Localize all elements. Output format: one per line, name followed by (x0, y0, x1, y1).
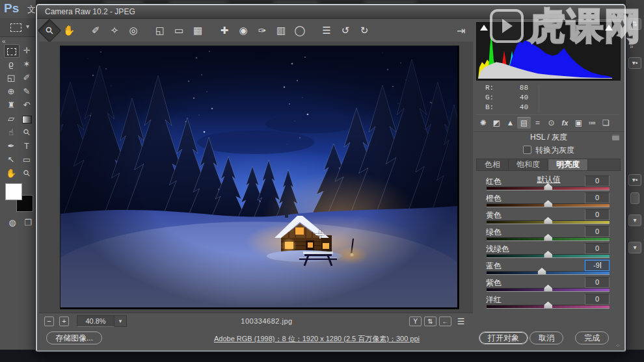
straighten-tool-icon[interactable]: ▭ (171, 23, 187, 38)
slider-track[interactable] (487, 305, 610, 308)
panel-thumb-icon[interactable]: ▾▪ (628, 174, 641, 186)
snapshots-panel-icon[interactable]: ❏ (599, 117, 613, 129)
tab-饱和度[interactable]: 饱和度 (509, 159, 548, 170)
slider-track[interactable] (487, 238, 610, 240)
shadow-clipping-icon[interactable] (480, 25, 488, 31)
slider-thumb[interactable] (544, 183, 552, 190)
radial-filter-tool-icon[interactable]: ◯ (292, 23, 308, 38)
grayscale-checkbox[interactable] (523, 146, 531, 154)
color-sampler-tool-icon[interactable]: ✧ (107, 23, 122, 38)
zoom-level-select[interactable]: 40.8% (77, 315, 114, 327)
move-tool-icon[interactable]: ✛ (20, 44, 34, 57)
eraser-tool-icon[interactable]: ▱ (4, 112, 18, 125)
rotate-left-tool-icon[interactable]: ↺ (338, 23, 353, 38)
fullscreen-toggle-icon[interactable]: ⇥ (453, 23, 469, 39)
dodge-tool-icon[interactable]: ⚲ (18, 123, 36, 142)
tab-明亮度[interactable]: 明亮度 (548, 159, 588, 170)
copy-settings-button[interactable]: ← (439, 317, 451, 326)
magic-wand-tool-icon[interactable]: ✶ (20, 58, 34, 70)
panel-swatch-icon[interactable] (630, 192, 639, 204)
panel-menu-icon[interactable] (612, 135, 619, 140)
hand-tool-icon[interactable]: ✋ (4, 167, 18, 179)
targeted-adjustment-tool-icon[interactable]: ◎ (126, 23, 141, 38)
clone-stamp-tool-icon[interactable]: ♜ (4, 99, 18, 111)
slider-thumb[interactable] (544, 251, 552, 257)
panel-stepper-icon[interactable]: ⇅ (628, 18, 641, 30)
detail-panel-icon[interactable]: ▲ (503, 117, 517, 129)
histogram[interactable] (476, 22, 621, 81)
preferences-tool-icon[interactable]: ☰ (319, 23, 334, 38)
slider-value-input[interactable]: 0 (585, 226, 610, 237)
lasso-tool-icon[interactable]: ϱ (4, 58, 18, 70)
crop-tool-icon[interactable]: ◱ (4, 71, 18, 84)
save-image-button[interactable]: 存储图像... (46, 331, 102, 344)
preview-image[interactable] (60, 45, 459, 309)
menu-item-file[interactable]: 文 (27, 4, 36, 16)
expand-panels-chevron[interactable]: » (630, 43, 634, 50)
highlight-clipping-icon[interactable] (605, 25, 613, 31)
marquee-option-icon[interactable] (10, 23, 21, 32)
quick-mask-icon[interactable]: ◍ (5, 216, 20, 229)
slider-track[interactable] (487, 272, 610, 274)
tab-色相[interactable]: 色相 (477, 159, 509, 170)
crop-tool-icon[interactable]: ◱ (152, 23, 168, 38)
resize-grip[interactable]: ⁘ (615, 343, 621, 349)
spot-removal-tool-icon[interactable]: ✚ (217, 23, 232, 38)
cancel-button[interactable]: 取消 (530, 331, 563, 344)
transform-tool-icon[interactable]: ▦ (190, 23, 206, 38)
preview-settings-button[interactable]: ☰ (455, 317, 466, 326)
panel-thumb-icon[interactable]: ▾▪ (628, 57, 641, 69)
graduated-filter-tool-icon[interactable]: ▥ (273, 23, 289, 38)
chevron-down-icon[interactable]: ▾ (114, 315, 127, 327)
basic-panel-icon[interactable]: ✺ (476, 117, 490, 129)
rectangular-marquee-tool-icon[interactable] (4, 44, 20, 58)
zoom-tool-icon[interactable]: ⚲ (18, 164, 36, 183)
slider-value-input[interactable]: 0 (585, 175, 610, 187)
red-eye-tool-icon[interactable]: ◉ (235, 23, 251, 38)
slider-value-input[interactable]: 0 (585, 192, 610, 203)
y-preview-button[interactable]: Y (409, 317, 422, 326)
hsl-grayscale-panel-icon[interactable]: ▤ (517, 117, 531, 129)
slider-thumb[interactable] (544, 234, 552, 240)
slider-thumb[interactable] (544, 302, 552, 308)
swap-views-button[interactable]: ⇅ (424, 317, 436, 326)
presets-panel-icon[interactable]: ≔ (585, 117, 599, 129)
slider-thumb[interactable] (544, 200, 552, 207)
eyedropper-tool-icon[interactable]: ✐ (20, 71, 34, 84)
chevron-down-icon[interactable]: ▾ (26, 23, 29, 30)
slider-value-input[interactable]: 0 (585, 294, 610, 305)
slider-track[interactable] (487, 289, 610, 291)
foreground-color-swatch[interactable] (5, 183, 22, 200)
workflow-options-link[interactable]: Adobe RGB (1998)；8 位；1920 x 1280 (2.5 百万… (193, 334, 440, 344)
slider-track[interactable] (487, 255, 610, 257)
pen-tool-icon[interactable]: ✒ (4, 140, 18, 152)
slider-value-input[interactable]: 0 (585, 243, 610, 254)
healing-brush-tool-icon[interactable]: ⊕ (4, 85, 18, 97)
lens-corrections-panel-icon[interactable]: ⊙ (544, 117, 558, 129)
camera-calibration-panel-icon[interactable]: ▣ (572, 117, 585, 129)
slider-value-input[interactable]: 0 (585, 277, 610, 288)
split-toning-panel-icon[interactable]: = (531, 117, 544, 129)
screen-mode-icon[interactable]: ❐ (21, 216, 35, 229)
rotate-right-tool-icon[interactable]: ↻ (356, 23, 372, 38)
white-balance-tool-icon[interactable]: ✐ (88, 23, 103, 38)
adjustment-brush-tool-icon[interactable]: ✑ (254, 23, 270, 38)
open-object-button[interactable]: 打开对象 (479, 331, 528, 344)
slider-thumb[interactable] (538, 268, 546, 274)
hand-tool-icon[interactable]: ✋ (61, 23, 77, 38)
slider-thumb[interactable] (544, 217, 552, 224)
slider-thumb[interactable] (544, 285, 552, 291)
slider-track[interactable] (487, 221, 610, 224)
path-selection-tool-icon[interactable]: ↖ (4, 153, 18, 166)
zoom-out-button[interactable]: − (44, 317, 54, 326)
type-tool-icon[interactable]: T (20, 140, 34, 152)
zoom-in-button[interactable]: + (59, 317, 69, 326)
tone-curve-panel-icon[interactable]: ◩ (490, 117, 503, 129)
smudge-tool-icon[interactable]: ☝ (4, 126, 18, 138)
chevron-down-icon[interactable]: ▾ (628, 242, 641, 253)
slider-track[interactable] (487, 187, 610, 190)
zoom-tool-icon[interactable]: ⚲ (38, 19, 62, 43)
brush-tool-icon[interactable]: ✎ (20, 85, 34, 97)
effects-panel-icon[interactable]: fx (558, 117, 572, 129)
slider-track[interactable] (487, 204, 610, 207)
